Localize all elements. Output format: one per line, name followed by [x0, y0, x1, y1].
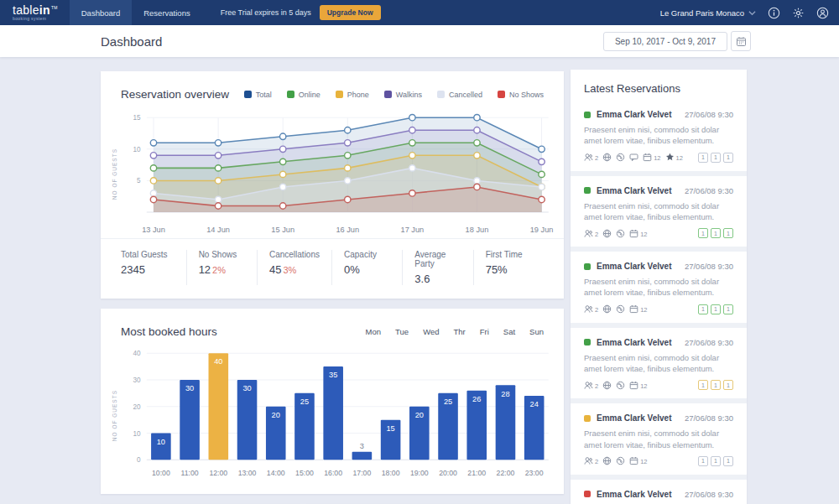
legend-item[interactable]: Walkins	[384, 91, 422, 99]
stat-value: 3.6	[414, 273, 461, 285]
svg-text:10: 10	[133, 429, 141, 437]
globe-icon	[602, 304, 612, 314]
phone-icon	[616, 229, 625, 238]
reservation-overview-card: Reservation overview TotalOnlinePhoneWal…	[101, 71, 564, 299]
day-tab-mon[interactable]: Mon	[366, 327, 381, 336]
reservation-item[interactable]: Emma Clark Velvet27/06/08 9:30Praesent e…	[584, 176, 733, 247]
globe-icon	[602, 153, 612, 162]
svg-text:28: 28	[501, 389, 509, 397]
top-nav: tableinTM booking system DashboardReserv…	[0, 0, 839, 25]
reservation-item[interactable]: Emma Clark Velvet27/06/08 9:30Praesent e…	[584, 480, 733, 504]
legend-swatch	[287, 91, 294, 98]
line-chart-ylabel: NO OF GUESTS	[107, 111, 121, 238]
legend-swatch	[498, 91, 505, 98]
venue-selector[interactable]: Le Grand Paris Monaco	[660, 8, 756, 18]
meta-value: 2	[595, 458, 598, 465]
stat-total-guests: Total Guests2345	[121, 250, 186, 285]
reservation-datetime: 27/06/08 9:30	[685, 338, 733, 347]
stat-label: First Time	[486, 250, 532, 259]
svg-text:14 Jun: 14 Jun	[206, 226, 230, 234]
reservation-item[interactable]: Emma Clark Velvet27/06/08 9:30Praesent e…	[584, 328, 733, 399]
calendar-icon: 12	[629, 381, 647, 390]
reservation-item[interactable]: Emma Clark Velvet27/06/08 9:30Praesent e…	[584, 252, 733, 323]
stat-cancellations: Cancellations453%	[257, 250, 331, 285]
venue-name: Le Grand Paris Monaco	[660, 8, 744, 18]
meta-value: 2	[595, 231, 598, 238]
table-badge: 1	[711, 228, 721, 238]
users-icon: 2	[584, 456, 598, 465]
globe-icon	[602, 381, 612, 390]
line-chart: 5101513 Jun14 Jun15 Jun16 Jun17 Jun18 Ju…	[121, 111, 555, 238]
stat-value: 75%	[486, 263, 532, 276]
app-logo[interactable]: tableinTM booking system	[13, 4, 58, 21]
legend-item[interactable]: Cancelled	[437, 91, 482, 99]
svg-text:5: 5	[137, 177, 141, 184]
reservation-item[interactable]: Emma Clark Velvet27/06/08 9:30Praesent e…	[584, 100, 733, 171]
meta-value: 12	[654, 154, 660, 162]
meta-value: 12	[676, 154, 683, 162]
day-tab-sun[interactable]: Sun	[529, 327, 544, 336]
svg-text:24: 24	[530, 400, 539, 408]
upgrade-now-button[interactable]: Upgrade Now	[320, 5, 381, 20]
stat-label: Average Party	[414, 250, 461, 268]
legend-label: Walkins	[396, 91, 422, 99]
users-icon: 2	[584, 381, 598, 390]
svg-text:3: 3	[360, 441, 364, 449]
nav-tab-dashboard[interactable]: Dashboard	[70, 0, 132, 25]
main-column: Reservation overview TotalOnlinePhoneWal…	[101, 71, 564, 504]
nav-right: Le Grand Paris Monaco	[660, 7, 829, 19]
bar-chart: 0102030401010:003011:004012:003013:00201…	[121, 348, 555, 484]
svg-text:35: 35	[329, 371, 337, 379]
stat-no-shows: No Shows122%	[186, 250, 257, 285]
day-tab-fri[interactable]: Fri	[480, 327, 489, 336]
reservation-datetime: 27/06/08 9:30	[685, 186, 733, 195]
legend-item[interactable]: No Shows	[498, 91, 544, 99]
reservation-note: Praesent enim nisi, commodo sit dolar am…	[584, 200, 728, 223]
day-tab-sat[interactable]: Sat	[503, 327, 515, 336]
users-icon: 2	[584, 229, 598, 238]
stat-value: 0%	[344, 263, 390, 276]
stat-value: 453%	[269, 263, 320, 276]
table-badge: 1	[711, 304, 721, 314]
day-tab-wed[interactable]: Wed	[423, 327, 439, 336]
stat-label: Cancellations	[269, 250, 320, 259]
legend-item[interactable]: Phone	[336, 91, 369, 99]
reservation-overview-title: Reservation overview	[121, 88, 229, 101]
calendar-button[interactable]	[731, 31, 751, 51]
svg-text:20: 20	[272, 411, 280, 419]
day-tab-thr[interactable]: Thr	[454, 327, 466, 336]
legend-label: Online	[299, 91, 320, 99]
meta-value: 12	[640, 382, 647, 390]
table-badge: 1	[723, 456, 733, 466]
reservation-datetime: 27/06/08 9:30	[685, 413, 733, 423]
svg-text:25: 25	[444, 397, 452, 406]
reservation-note: Praesent enim nisi, commodo sit dolar am…	[584, 352, 728, 375]
svg-text:20: 20	[415, 411, 424, 419]
svg-text:26: 26	[472, 395, 481, 403]
status-badge	[584, 263, 591, 270]
legend-item[interactable]: Total	[244, 91, 272, 99]
nav-tab-reservations[interactable]: Reservations	[132, 0, 201, 25]
bar-chart-ylabel: NO OF GUESTS	[107, 348, 121, 484]
stat-first-time: First Time75%	[473, 250, 544, 285]
day-tab-tue[interactable]: Tue	[395, 327, 409, 336]
status-badge	[584, 112, 591, 118]
svg-text:15:00: 15:00	[295, 469, 314, 477]
svg-text:21:00: 21:00	[467, 469, 486, 477]
user-icon[interactable]	[816, 7, 829, 19]
bar-12:00	[209, 353, 229, 460]
stat-value: 122%	[199, 263, 245, 276]
info-icon[interactable]	[768, 7, 780, 19]
stat-capacity: Capacity0%	[331, 250, 402, 285]
most-booked-hours-card: Most booked hours MonTueWedThrFriSatSun …	[101, 309, 564, 494]
reservation-item[interactable]: Emma Clark Velvet27/06/08 9:30Praesent e…	[584, 403, 733, 475]
gear-icon[interactable]	[792, 7, 805, 19]
app-logo-tagline: booking system	[13, 17, 58, 21]
svg-text:16 Jun: 16 Jun	[336, 226, 359, 234]
calendar-icon: 12	[629, 229, 647, 238]
stat-value: 2345	[121, 263, 175, 276]
date-range-picker[interactable]: Sep 10, 2017 - Oct 9, 2017	[603, 32, 727, 51]
reservation-list: Emma Clark Velvet27/06/08 9:30Praesent e…	[584, 100, 733, 504]
legend-item[interactable]: Online	[287, 91, 320, 99]
table-badge: 1	[698, 153, 708, 163]
